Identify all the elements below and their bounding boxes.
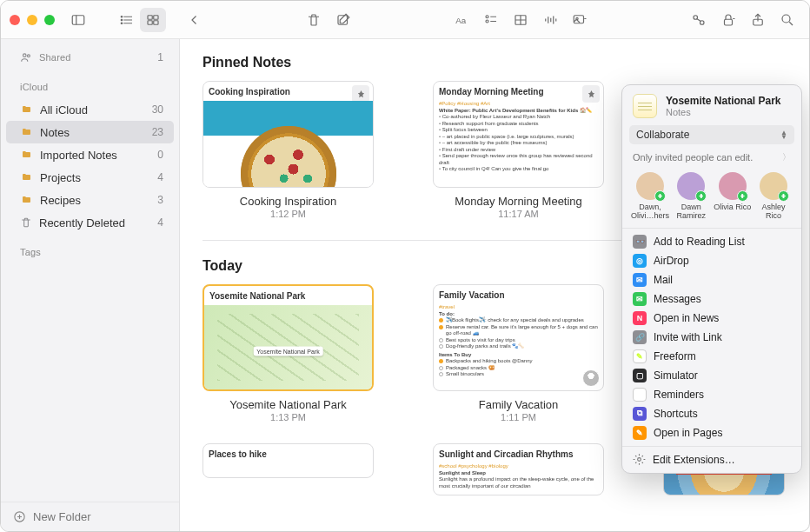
sidebar-shared-label: Shared — [39, 52, 71, 63]
share-action-label: Reminders — [654, 389, 704, 401]
messages-badge-icon — [695, 190, 707, 202]
app-icon: ✎ — [633, 349, 647, 363]
svg-line-30 — [697, 18, 701, 21]
share-contact[interactable]: Dawn, Olivi…hers — [631, 172, 669, 221]
sidebar-folder-projects[interactable]: Projects4 — [6, 166, 174, 189]
checklist-item: ✈️Book flights✈️: check for any special … — [439, 317, 598, 324]
minimize-window-button[interactable] — [27, 15, 37, 25]
back-button[interactable] — [182, 8, 208, 32]
share-action-label: AirDrop — [654, 255, 689, 267]
card-title: Monday Morning Meeting — [433, 195, 604, 208]
app-icon: ✉ — [633, 292, 647, 306]
share-action-label: Freeform — [654, 350, 696, 362]
edit-extensions-button[interactable]: Edit Extensions… — [622, 450, 801, 469]
chevron-updown-icon: ▲▼ — [780, 130, 787, 139]
sidebar-folder-imported-notes[interactable]: Imported Notes0 — [6, 143, 174, 166]
gear-icon — [633, 453, 646, 466]
svg-rect-31 — [725, 19, 733, 25]
sidebar-shared-row[interactable]: Shared 1 — [6, 46, 174, 69]
list-view-button[interactable] — [114, 8, 140, 32]
svg-rect-10 — [148, 20, 152, 24]
checklist-button[interactable] — [478, 8, 504, 32]
card-time: 11:17 AM — [433, 209, 604, 219]
svg-point-5 — [121, 16, 123, 17]
share-action-label: Simulator — [654, 369, 698, 382]
share-sheet: Yosemite National Park Notes Collaborate… — [621, 84, 802, 474]
avatar — [636, 172, 664, 200]
share-permissions-row[interactable]: Only invited people can edit. 〉 — [629, 150, 794, 165]
pinned-title: Pinned Notes — [202, 55, 787, 70]
sidebar-folder-notes[interactable]: Notes23 — [6, 121, 174, 143]
new-folder-button[interactable]: New Folder — [1, 502, 179, 531]
table-button[interactable] — [508, 8, 534, 32]
app-icon: ▢ — [633, 369, 647, 382]
note-line: – art placed in public space (i.e. large… — [439, 134, 598, 141]
share-subtitle: Notes — [666, 107, 781, 117]
lock-button[interactable] — [715, 8, 741, 32]
share-action-freeform[interactable]: ✎Freeform — [622, 347, 801, 366]
note-card[interactable]: Sunlight and Circadian Rhythms #school #… — [433, 443, 604, 495]
close-window-button[interactable] — [10, 15, 20, 25]
svg-point-40 — [638, 458, 641, 462]
card-tags: #travel — [439, 304, 598, 311]
card-header-title: Sunlight and Circadian Rhythms — [439, 449, 598, 459]
contact-name: Dawn Ramirez — [677, 203, 707, 221]
share-action-messages[interactable]: ✉Messages — [622, 289, 801, 309]
checklist-item: Reserve rental car. Be sure it's large e… — [439, 324, 598, 337]
app-icon: ⦿ — [633, 388, 647, 402]
fullscreen-window-button[interactable] — [44, 15, 55, 25]
share-contact[interactable]: Ashley Rico — [754, 172, 793, 221]
svg-text:Aa: Aa — [456, 15, 468, 24]
note-card[interactable]: Monday Morning Meeting #Policy #Housing … — [433, 81, 604, 219]
card-title: Yosemite National Park — [202, 398, 374, 411]
share-action-open-in-pages[interactable]: ✎Open in Pages — [622, 423, 801, 442]
app-icon: N — [633, 311, 647, 325]
share-action-airdrop[interactable]: ◎AirDrop — [622, 251, 801, 270]
note-card[interactable]: Family Vacation #travel To do: ✈️Book fl… — [433, 284, 604, 422]
people-icon — [20, 51, 32, 63]
share-action-label: Open in Pages — [654, 427, 722, 439]
messages-badge-icon — [778, 190, 789, 202]
sidebar-folder-all-icloud[interactable]: All iCloud30 — [6, 98, 174, 121]
note-line: Send paper through review once this grou… — [439, 153, 598, 166]
share-action-mail[interactable]: ✉Mail — [622, 270, 801, 289]
share-action-invite-with-link[interactable]: 🔗Invite with Link — [622, 328, 801, 347]
format-button[interactable]: Aa — [448, 8, 475, 32]
note-card[interactable]: Places to hike — [202, 443, 374, 495]
media-button[interactable] — [567, 8, 593, 32]
svg-rect-9 — [154, 15, 158, 19]
sidebar-folder-recipes[interactable]: Recipes3 — [6, 189, 174, 211]
svg-rect-11 — [154, 20, 158, 24]
audio-button[interactable] — [537, 8, 563, 32]
share-contact[interactable]: Olivia Rico — [714, 172, 752, 221]
link-button[interactable] — [686, 8, 712, 32]
share-contact[interactable]: Dawn Ramirez — [672, 172, 710, 221]
delete-note-button[interactable] — [301, 8, 327, 32]
toggle-sidebar-button[interactable] — [65, 8, 91, 32]
checklist-item: Dog-friendly parks and trails 🐾🦴 — [439, 343, 598, 350]
new-note-button[interactable] — [330, 8, 356, 32]
note-line: To city council in Q4! Can you give the … — [439, 166, 598, 173]
note-line: Co-authored by Fleur Lasseur and Ryan Na… — [439, 114, 598, 121]
note-card[interactable]: Cooking Inspiration Cooking Inspiration … — [202, 81, 374, 219]
note-card[interactable]: Yosemite National Park Yosemite National… — [202, 284, 374, 422]
app-icon: ⧉ — [633, 407, 647, 421]
share-mode-select[interactable]: Collaborate ▲▼ — [629, 125, 794, 144]
titlebar: Aa — [1, 1, 809, 39]
card-time: 1:13 PM — [202, 412, 374, 422]
app-icon: ✉ — [633, 273, 647, 287]
card-body-text: Sunlight has a profound impact on the sl… — [439, 476, 598, 489]
share-action-reminders[interactable]: ⦿Reminders — [622, 385, 801, 404]
card-header-title: Places to hike — [209, 449, 368, 459]
pin-icon — [582, 85, 600, 103]
app-icon: 👓 — [633, 235, 647, 249]
sidebar-folder-recently-deleted[interactable]: Recently Deleted4 — [6, 211, 174, 234]
share-action-add-to-reading-list[interactable]: 👓Add to Reading List — [622, 232, 801, 251]
gallery-view-button[interactable] — [140, 8, 166, 32]
svg-point-33 — [782, 15, 790, 23]
share-action-shortcuts[interactable]: ⧉Shortcuts — [622, 404, 801, 423]
share-button[interactable] — [745, 8, 771, 32]
search-button[interactable] — [774, 8, 800, 32]
share-action-simulator[interactable]: ▢Simulator — [622, 366, 801, 385]
share-action-open-in-news[interactable]: NOpen in News — [622, 309, 801, 328]
